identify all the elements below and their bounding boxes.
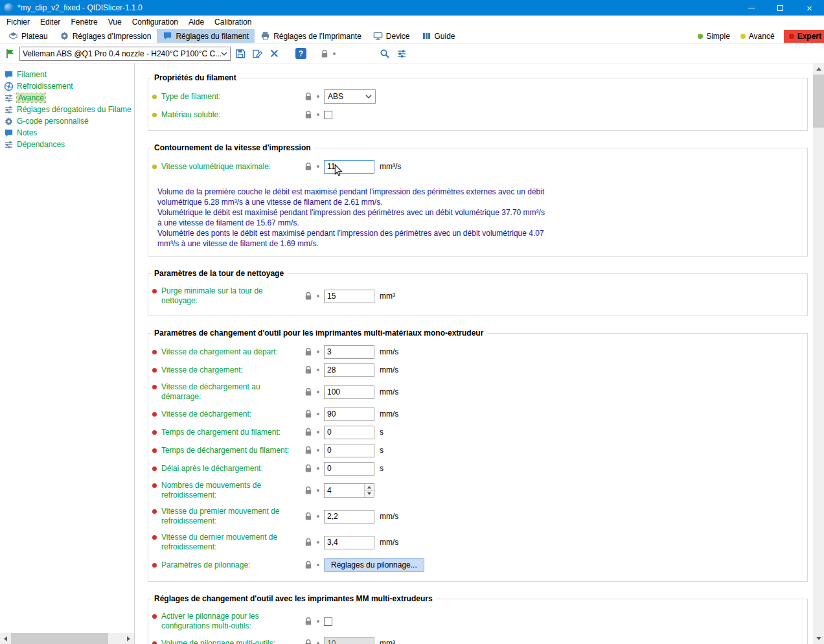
delete-preset-button[interactable] xyxy=(267,47,281,61)
tab-device[interactable]: Device xyxy=(367,29,416,43)
tab-filament-settings[interactable]: Réglages du filament xyxy=(157,29,255,43)
soluble-checkbox[interactable] xyxy=(324,111,332,119)
sidebar-item-refroidissement[interactable]: Refroidissement xyxy=(0,80,134,92)
max-volumetric-speed-input[interactable] xyxy=(324,160,374,174)
cooling-moves-spinner[interactable] xyxy=(324,483,374,498)
last-cooling-speed-input[interactable] xyxy=(324,536,374,549)
lock-icon[interactable] xyxy=(304,639,312,644)
menu-calibration[interactable]: Calibration xyxy=(209,16,257,29)
type-filament-select[interactable]: ABS xyxy=(324,89,376,104)
sidebar-item-avance[interactable]: Avancé xyxy=(0,92,134,104)
lock-icon[interactable] xyxy=(321,49,328,58)
lock-icon[interactable] xyxy=(304,560,312,569)
delay-after-unload-input[interactable] xyxy=(324,462,374,476)
lock-icon[interactable] xyxy=(304,92,312,101)
compare-settings-button[interactable] xyxy=(395,47,409,61)
lock-icon[interactable] xyxy=(304,162,312,171)
device-icon xyxy=(373,31,383,41)
expert-mode-bullet xyxy=(152,448,157,453)
save-preset-button[interactable] xyxy=(233,47,247,61)
menu-fichier[interactable]: Fichier xyxy=(1,16,35,29)
expert-mode-bullet xyxy=(152,368,157,373)
filament-icon xyxy=(4,70,14,80)
unload-time-input[interactable] xyxy=(324,444,374,457)
menu-aide[interactable]: Aide xyxy=(183,16,209,29)
selected-option: ABS xyxy=(328,92,343,101)
revert-dot-icon xyxy=(317,541,319,544)
minimize-button[interactable] xyxy=(737,0,766,16)
lock-icon[interactable] xyxy=(304,409,312,419)
close-button[interactable]: × xyxy=(795,0,824,16)
preset-combobox[interactable]: Velleman ABS @Q1 Pro 0.4 nozzle - H240°C… xyxy=(19,47,231,61)
search-button[interactable] xyxy=(378,47,392,61)
first-cooling-speed-input[interactable] xyxy=(324,510,374,523)
multitool-ramming-checkbox[interactable] xyxy=(324,617,332,626)
sidebar-item-notes[interactable]: Notes xyxy=(0,127,134,139)
lock-icon[interactable] xyxy=(304,387,312,397)
sidebar-item-reglages-derogatoires[interactable]: Réglages dérogatoires du Filame xyxy=(0,104,134,115)
minimal-purge-input[interactable] xyxy=(324,290,374,303)
mouse-cursor-icon xyxy=(334,164,343,177)
filament-icon xyxy=(163,31,172,41)
rename-preset-button[interactable] xyxy=(250,47,264,61)
scrollbar-track[interactable] xyxy=(813,128,824,633)
help-button[interactable]: ? xyxy=(295,48,306,59)
lock-icon[interactable] xyxy=(304,365,312,374)
arrow-down-icon xyxy=(367,492,371,495)
setting-label: Vitesse du premier mouvement de refroidi… xyxy=(161,507,294,526)
vertical-scrollbar[interactable] xyxy=(813,63,824,644)
tab-plateau[interactable]: Plateau xyxy=(3,29,54,43)
mode-simple[interactable]: Simple xyxy=(698,32,730,41)
cooling-moves-input[interactable] xyxy=(325,484,364,497)
mode-avance[interactable]: Avancé xyxy=(740,32,775,41)
tab-guide[interactable]: Guide xyxy=(416,29,461,43)
setting-row: Type de filament: ABS xyxy=(152,87,802,106)
lock-icon[interactable] xyxy=(304,617,312,626)
lock-icon[interactable] xyxy=(304,446,312,455)
lock-icon[interactable] xyxy=(304,292,312,301)
setting-label: Matériau soluble: xyxy=(161,110,220,120)
loading-speed-start-input[interactable] xyxy=(324,345,374,359)
lock-icon[interactable] xyxy=(304,512,312,521)
sidebar-item-gcode-personnalise[interactable]: G-code personnalisé xyxy=(0,115,134,127)
unloading-speed-input[interactable] xyxy=(324,408,374,421)
horizontal-scrollbar[interactable] xyxy=(0,633,134,644)
menu-configuration[interactable]: Configuration xyxy=(127,16,183,29)
menu-fenetre[interactable]: Fenêtre xyxy=(65,16,102,29)
menu-vue[interactable]: Vue xyxy=(103,16,127,29)
menu-editer[interactable]: Editer xyxy=(35,16,65,29)
lock-icon[interactable] xyxy=(304,486,312,495)
scroll-left-button[interactable] xyxy=(0,633,11,644)
ramming-settings-button[interactable]: Réglages du pilonnage... xyxy=(324,558,424,572)
spin-down-button[interactable] xyxy=(365,491,374,498)
spin-up-button[interactable] xyxy=(365,484,374,491)
sidebar-item-filament[interactable]: Filament xyxy=(0,69,134,80)
loading-speed-input[interactable] xyxy=(324,363,374,377)
lock-icon[interactable] xyxy=(304,464,312,473)
lock-icon[interactable] xyxy=(304,428,312,437)
tab-label: Réglages du filament xyxy=(176,32,249,41)
setting-label: Nombres de mouvements de refroidissement… xyxy=(161,481,294,500)
tab-print-settings[interactable]: Réglages d'Impression xyxy=(54,29,157,43)
scroll-down-button[interactable] xyxy=(813,633,824,644)
tab-printer-settings[interactable]: Réglages de l'Imprimante xyxy=(255,29,367,43)
preset-name: Velleman ABS @Q1 Pro 0.4 nozzle - H240°C… xyxy=(23,49,221,58)
maximize-button[interactable] xyxy=(766,0,795,16)
load-time-input[interactable] xyxy=(324,426,374,439)
unit-label: mm/s xyxy=(380,512,398,521)
scrollbar-thumb[interactable] xyxy=(813,75,824,128)
window-title: *my_clip_v2_fixed - QIDISlicer-1.1.0 xyxy=(17,3,143,12)
mode-expert[interactable]: Expert xyxy=(784,30,824,43)
scrollbar-thumb[interactable] xyxy=(11,633,108,644)
scroll-right-button[interactable] xyxy=(123,633,134,644)
lock-icon[interactable] xyxy=(304,538,312,547)
unloading-speed-start-input[interactable] xyxy=(324,385,374,399)
revert-dot-icon xyxy=(317,165,319,168)
setting-label: Vitesse volumétrique maximale: xyxy=(161,162,271,172)
revert-dot-icon xyxy=(317,467,319,470)
sidebar-item-dependances[interactable]: Dépendances xyxy=(0,139,134,150)
scroll-up-button[interactable] xyxy=(813,63,824,75)
setting-row: Purge minimale sur la tour de nettoyage:… xyxy=(152,283,802,309)
lock-icon[interactable] xyxy=(304,110,312,119)
lock-icon[interactable] xyxy=(304,347,312,356)
